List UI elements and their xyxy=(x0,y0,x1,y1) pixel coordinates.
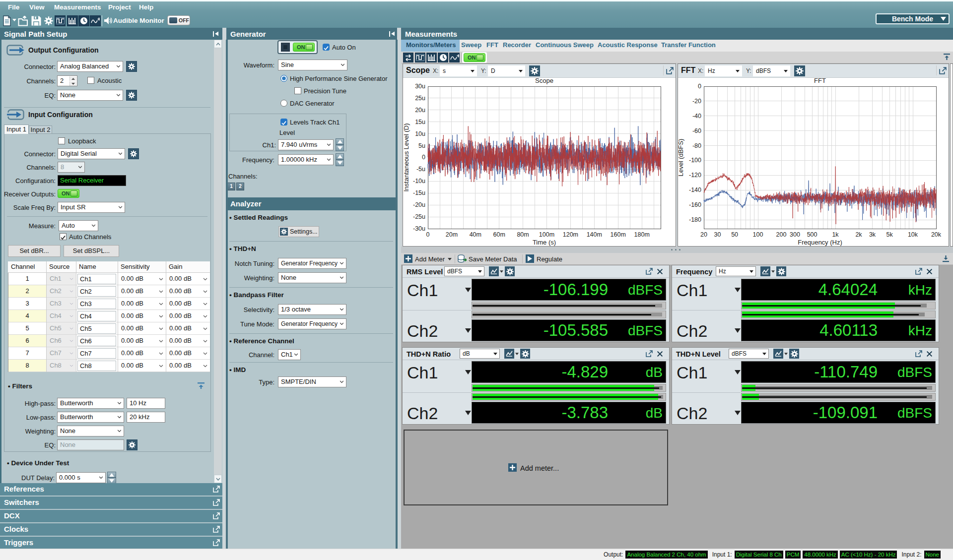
svg-text:-25u: -25u xyxy=(413,213,425,220)
svg-text:5k: 5k xyxy=(886,231,893,238)
svg-text:100m: 100m xyxy=(539,231,554,238)
svg-text:160m: 160m xyxy=(611,231,626,238)
svg-text:5u: 5u xyxy=(418,142,425,149)
svg-text:40m: 40m xyxy=(470,231,481,238)
svg-text:Level (dBFS): Level (dBFS) xyxy=(678,139,684,177)
svg-text:Time (s): Time (s) xyxy=(533,239,556,246)
svg-text:Frequency (Hz): Frequency (Hz) xyxy=(798,239,842,246)
svg-text:20: 20 xyxy=(700,231,707,238)
svg-text:25u: 25u xyxy=(415,95,425,102)
svg-text:-140: -140 xyxy=(689,187,701,193)
svg-text:-120: -120 xyxy=(689,172,701,179)
svg-text:300: 300 xyxy=(790,231,800,238)
svg-text:-40: -40 xyxy=(692,113,701,120)
svg-text:-5u: -5u xyxy=(416,166,425,173)
svg-text:200: 200 xyxy=(776,231,787,238)
svg-text:20u: 20u xyxy=(415,107,425,114)
svg-text:60m: 60m xyxy=(493,231,505,238)
svg-text:-160: -160 xyxy=(689,201,701,208)
svg-text:80m: 80m xyxy=(517,231,529,238)
svg-text:20m: 20m xyxy=(446,231,458,238)
svg-text:2k: 2k xyxy=(855,231,862,238)
svg-text:20k: 20k xyxy=(931,231,942,238)
svg-text:140m: 140m xyxy=(587,231,602,238)
svg-text:Instantaneous Level (D): Instantaneous Level (D) xyxy=(403,123,410,191)
svg-text:30: 30 xyxy=(714,231,721,238)
svg-text:-180: -180 xyxy=(689,216,701,223)
svg-text:120m: 120m xyxy=(563,231,578,238)
svg-text:-20u: -20u xyxy=(413,201,425,208)
svg-text:-30u: -30u xyxy=(413,225,425,232)
svg-text:-60: -60 xyxy=(692,127,701,134)
svg-text:180m: 180m xyxy=(634,231,650,238)
svg-text:-10u: -10u xyxy=(413,178,425,185)
svg-text:0: 0 xyxy=(426,231,430,238)
svg-text:15u: 15u xyxy=(415,119,425,125)
svg-text:Scope: Scope xyxy=(535,78,553,84)
svg-text:-20: -20 xyxy=(692,98,701,105)
svg-text:-100: -100 xyxy=(689,157,701,164)
svg-text:30u: 30u xyxy=(415,83,425,90)
svg-text:10k: 10k xyxy=(908,231,918,238)
svg-text:3k: 3k xyxy=(869,231,876,238)
svg-text:FFT: FFT xyxy=(814,78,826,84)
svg-text:500: 500 xyxy=(807,231,817,238)
svg-text:-80: -80 xyxy=(692,142,701,149)
svg-text:50: 50 xyxy=(731,231,738,238)
svg-text:0: 0 xyxy=(422,154,425,161)
svg-text:0: 0 xyxy=(698,83,701,90)
svg-text:100: 100 xyxy=(753,231,763,238)
svg-text:10u: 10u xyxy=(415,130,425,137)
svg-text:-15u: -15u xyxy=(413,189,425,196)
svg-text:1k: 1k xyxy=(832,231,839,238)
